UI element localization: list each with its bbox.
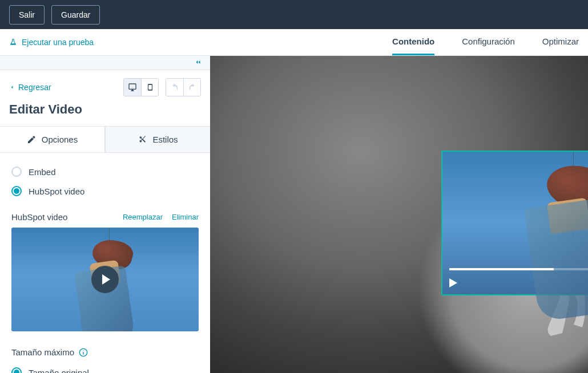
flask-icon: [9, 38, 17, 46]
desktop-icon: [128, 83, 137, 92]
save-button[interactable]: Guardar: [51, 5, 100, 25]
radio-embed[interactable]: Embed: [11, 162, 199, 181]
tab-styles-label: Estilos: [152, 135, 178, 144]
back-label: Regresar: [18, 83, 51, 92]
mobile-view-button[interactable]: [141, 79, 158, 96]
collapse-sidebar-button[interactable]: [194, 58, 202, 68]
info-icon[interactable]: [79, 348, 88, 357]
size-section: Tamaño máximo Tamaño original: [11, 347, 199, 373]
control-row: HD: [449, 277, 588, 289]
play-pause-button[interactable]: [449, 278, 457, 287]
redo-icon: [188, 83, 197, 92]
video-section-header: HubSpot video Reemplazar Eliminar: [11, 212, 199, 222]
run-test-link[interactable]: Ejecutar una prueba: [9, 38, 94, 47]
progress-fill: [449, 268, 554, 270]
device-toggle: [123, 78, 159, 96]
undo-icon: [170, 83, 179, 92]
radio-hubspot-video-label: HubSpot video: [29, 186, 84, 196]
replace-video-link[interactable]: Reemplazar: [123, 213, 163, 221]
radio-hubspot-video[interactable]: HubSpot video: [11, 181, 199, 201]
options-body: Embed HubSpot video HubSpot video Reempl…: [0, 153, 210, 373]
radio-original-size-label: Tamaño original: [29, 368, 89, 374]
radio-original-size-input[interactable]: [11, 367, 22, 373]
delete-video-link[interactable]: Eliminar: [172, 213, 199, 221]
content-area: Regresar: [0, 56, 588, 373]
history-controls: [166, 78, 201, 96]
video-section-title: HubSpot video: [11, 212, 67, 222]
play-icon: [102, 274, 110, 285]
tab-optimize[interactable]: Optimizar: [542, 29, 579, 55]
scissors-icon: [138, 135, 147, 144]
play-button[interactable]: [91, 266, 119, 293]
tab-options[interactable]: Opciones: [0, 126, 105, 152]
video-player[interactable]: HD: [441, 151, 588, 295]
edit-tabs: Opciones Estilos: [0, 126, 210, 153]
sub-bar: Ejecutar una prueba Contenido Configurac…: [0, 29, 588, 56]
mobile-icon: [146, 83, 154, 91]
tab-settings[interactable]: Configuración: [462, 29, 515, 55]
size-title-row: Tamaño máximo: [11, 347, 199, 357]
radio-embed-label: Embed: [29, 167, 56, 177]
desktop-view-button[interactable]: [124, 79, 141, 96]
video-controls: HD: [442, 268, 588, 294]
radio-embed-input[interactable]: [11, 167, 22, 177]
main-tabs: Contenido Configuración Optimizar: [392, 29, 579, 55]
progress-bar[interactable]: [449, 268, 588, 270]
radio-hubspot-video-input[interactable]: [11, 186, 22, 196]
back-link[interactable]: Regresar: [9, 83, 51, 92]
video-section-actions: Reemplazar Eliminar: [123, 213, 199, 221]
chevron-double-left-icon: [194, 58, 202, 66]
tab-options-label: Opciones: [42, 135, 78, 144]
preview-canvas[interactable]: HD: [210, 56, 588, 373]
play-icon: [449, 278, 457, 287]
tab-content[interactable]: Contenido: [392, 29, 434, 55]
size-title: Tamaño máximo: [11, 347, 74, 357]
panel-title: Editar Video: [0, 96, 210, 126]
nav-row: Regresar: [0, 70, 210, 96]
collapse-strip: [0, 56, 210, 70]
sidebar: Regresar: [0, 56, 210, 373]
undo-button[interactable]: [166, 79, 183, 96]
chevron-left-icon: [9, 84, 15, 90]
video-thumbnail[interactable]: [11, 228, 199, 331]
pencil-icon: [27, 135, 36, 144]
exit-button[interactable]: Salir: [9, 5, 45, 25]
radio-original-size[interactable]: Tamaño original: [11, 363, 199, 373]
top-bar: Salir Guardar: [0, 0, 588, 29]
tab-styles[interactable]: Estilos: [105, 126, 210, 152]
run-test-label: Ejecutar una prueba: [22, 38, 94, 47]
redo-button[interactable]: [183, 79, 200, 96]
device-controls: [123, 78, 201, 96]
